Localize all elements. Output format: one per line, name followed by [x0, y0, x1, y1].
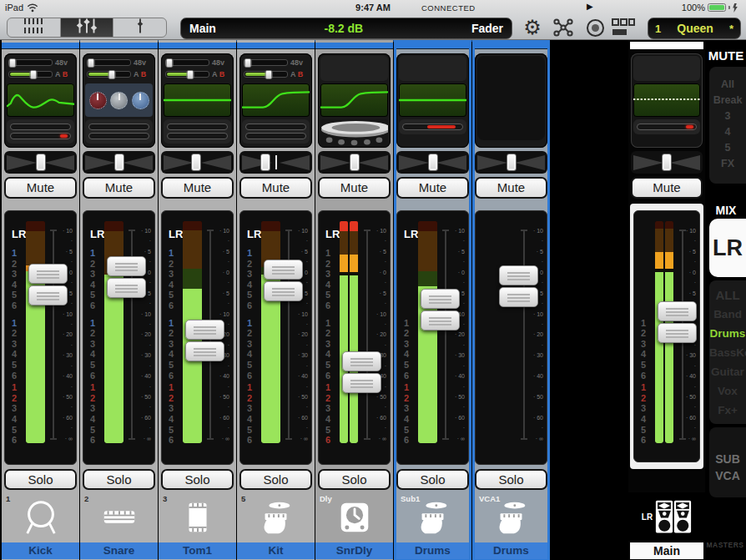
eq-display[interactable] [242, 83, 310, 117]
channel-photo[interactable] [320, 119, 388, 147]
view-tab-faders-view-icon[interactable] [61, 18, 114, 37]
channel-name-bar[interactable]: Drums [396, 542, 469, 559]
dynamics-meter-bar[interactable] [88, 124, 149, 130]
gain-slider[interactable] [8, 59, 53, 66]
pan-control[interactable] [396, 151, 469, 174]
channel-name-bar[interactable]: Drums [475, 542, 547, 559]
mute-group-item[interactable]: All [709, 77, 746, 93]
channel-view-tab[interactable] [237, 43, 315, 49]
fader-cap[interactable] [421, 289, 460, 309]
dynamics-meter-bar[interactable] [10, 133, 71, 139]
channel-processing-area[interactable] [475, 53, 547, 148]
pan-control[interactable] [161, 151, 234, 174]
channel-processing-area[interactable]: 48vA B [83, 53, 155, 148]
dynamics-meter-bar[interactable] [10, 124, 71, 130]
eq-display[interactable] [320, 83, 388, 117]
channel-name-bar[interactable]: SnrDly [315, 542, 393, 559]
channel-icon-area[interactable]: 5 [237, 492, 315, 541]
mute-group-item[interactable]: 5 [709, 140, 746, 156]
mute-button[interactable]: Mute [161, 177, 234, 199]
dynamics-meter-bar[interactable] [245, 133, 306, 139]
channel-icon-area[interactable]: 2 [80, 492, 158, 541]
master-name-bar[interactable]: Main [630, 542, 703, 559]
mute-group-item[interactable]: 3 [709, 108, 746, 124]
mute-group-item[interactable]: FX [709, 156, 746, 172]
solo-button[interactable]: Solo [161, 469, 234, 490]
eq-display[interactable] [399, 83, 466, 117]
mute-button[interactable]: Mute [396, 177, 469, 199]
pan-handle[interactable] [507, 154, 517, 171]
channel-name-bar[interactable]: Tom1 [159, 542, 236, 559]
dynamics-meter-bar[interactable] [167, 133, 228, 139]
digital-trim-slider[interactable] [87, 71, 131, 78]
gain-slider[interactable] [87, 59, 131, 66]
plugin-knob-2[interactable] [110, 92, 128, 109]
pan-control[interactable] [83, 151, 155, 174]
channel-processing-area[interactable]: 48vA B [239, 53, 312, 148]
fader-cap[interactable] [499, 265, 538, 285]
solo-button[interactable]: Solo [396, 469, 469, 490]
channel-name-bar[interactable]: Kick [2, 542, 79, 559]
channel-view-tab[interactable] [2, 43, 79, 49]
mute-button[interactable]: Mute [4, 177, 77, 199]
channel-icon-area[interactable]: 3 [159, 492, 236, 541]
fader-cap[interactable] [264, 281, 303, 301]
fader-cap[interactable] [107, 256, 146, 276]
patch-routing-icon[interactable] [549, 16, 577, 39]
channel-view-tab[interactable] [475, 43, 547, 49]
channel-icon-area[interactable]: VCA1 [475, 492, 547, 541]
solo-button[interactable]: Solo [83, 469, 155, 490]
dynamics-meter-bar[interactable] [637, 124, 697, 130]
channel-view-tab[interactable] [396, 43, 469, 49]
shows-icon[interactable] [609, 16, 638, 39]
master-view-tab[interactable] [630, 42, 703, 49]
solo-button[interactable]: Solo [318, 469, 391, 490]
channel-icon-area[interactable]: Dly [315, 492, 393, 541]
plugin-view[interactable] [85, 83, 153, 117]
view-group-band[interactable]: Band [709, 305, 746, 324]
fader-cap[interactable] [264, 260, 303, 280]
view-group-basske[interactable]: BassKe [709, 343, 746, 362]
fader-cap[interactable] [185, 320, 224, 340]
fader-cap[interactable] [28, 264, 68, 284]
fader-cap[interactable] [658, 301, 697, 321]
fader-cap[interactable] [185, 341, 224, 361]
view-group-drums[interactable]: Drums [709, 324, 746, 343]
dynamics-meter-bar[interactable] [167, 124, 228, 130]
master-pan-control[interactable] [631, 151, 703, 174]
mix-selector-lr[interactable]: LR [709, 219, 746, 277]
plugin-knob-1[interactable] [89, 92, 107, 109]
view-tab-channel-overview-icon[interactable] [8, 18, 61, 37]
dynamics-meter-bar[interactable] [245, 124, 306, 130]
mute-button[interactable]: Mute [239, 177, 312, 199]
eq-display[interactable] [7, 83, 74, 117]
masters-item-vca[interactable]: VCA [709, 467, 746, 484]
mute-button[interactable]: Mute [83, 177, 155, 199]
mute-group-item[interactable]: Break [709, 93, 746, 108]
plugin-knobs[interactable] [85, 83, 153, 117]
plugin-knob-3[interactable] [132, 92, 149, 109]
fader-cap[interactable] [421, 310, 460, 330]
channel-view-tab[interactable] [159, 43, 236, 49]
fader-cap[interactable] [107, 278, 146, 298]
channel-processing-area[interactable] [318, 53, 391, 148]
pan-handle[interactable] [191, 154, 201, 171]
fader-cap[interactable] [28, 285, 68, 305]
channel-icon-area[interactable]: 1 [2, 492, 79, 541]
channel-name-bar[interactable]: Kit [237, 542, 315, 559]
pan-handle[interactable] [662, 154, 672, 171]
fader-cap[interactable] [342, 351, 381, 371]
eq-display[interactable] [633, 83, 700, 117]
mute-group-item[interactable]: 4 [709, 124, 746, 140]
view-tab-single-channel-icon[interactable] [113, 18, 166, 37]
solo-button[interactable]: Solo [4, 469, 77, 490]
masters-item-sub[interactable]: SUB [709, 451, 746, 467]
show-selector-button[interactable]: 1 Queen * [648, 18, 741, 39]
gain-slider[interactable] [165, 59, 209, 66]
channel-view-tab[interactable] [315, 43, 393, 49]
digital-trim-slider[interactable] [165, 71, 209, 78]
view-group-all[interactable]: ALL [709, 285, 746, 305]
master-mute-button[interactable]: Mute [631, 177, 703, 199]
solo-button[interactable]: Solo [239, 469, 312, 490]
fader-cap[interactable] [658, 323, 697, 343]
